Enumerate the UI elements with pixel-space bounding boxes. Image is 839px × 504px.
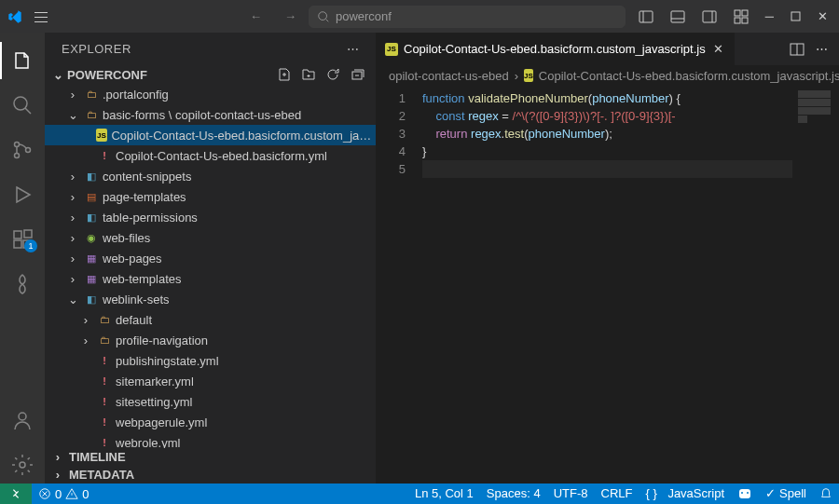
svg-rect-8	[791, 12, 800, 20]
tree-label: web-pages	[103, 252, 162, 266]
tree-item[interactable]: !webpagerule.yml	[45, 412, 376, 432]
line-numbers: 12345	[376, 86, 422, 484]
svg-point-9	[14, 97, 27, 110]
more-actions-icon[interactable]: ⋯	[816, 42, 828, 56]
tree-item[interactable]: ›◧content-snippets	[45, 166, 376, 186]
code-content[interactable]: function validatePhoneNumber(phoneNumber…	[422, 86, 792, 484]
status-bar: 0 0 Ln 5, Col 1 Spaces: 4 UTF-8 CRLF { }…	[0, 484, 839, 504]
indentation[interactable]: Spaces: 4	[480, 486, 547, 500]
folder-icon: 🗀	[97, 312, 112, 327]
folder-icon: 🗀	[84, 107, 99, 122]
chevron-icon: ›	[65, 231, 80, 245]
language-mode[interactable]: { } JavaScript	[639, 486, 731, 500]
yml-icon: !	[97, 353, 112, 368]
split-editor-icon[interactable]	[790, 42, 805, 57]
nav-forward-icon[interactable]: →	[281, 6, 300, 27]
tree-item[interactable]: ›▦web-templates	[45, 268, 376, 289]
tree-item[interactable]: ›🗀profile-navigation	[45, 330, 376, 350]
layout-panel-icon[interactable]	[667, 6, 689, 28]
tree-label: sitemarker.yml	[116, 375, 194, 388]
tree-item[interactable]: JSCopilot-Contact-Us-ebed.basicform.cust…	[45, 125, 376, 145]
svg-point-17	[19, 413, 26, 420]
editor-tab[interactable]: JS Copilot-Contact-Us-ebed.basicform.cus…	[376, 33, 736, 65]
cursor-position[interactable]: Ln 5, Col 1	[408, 486, 480, 500]
notifications-icon[interactable]	[813, 486, 839, 499]
chevron-icon: ›	[65, 190, 80, 204]
tree-item[interactable]: ›▦web-pages	[45, 248, 376, 268]
svg-point-0	[319, 11, 327, 20]
command-center[interactable]: powerconf	[309, 6, 626, 28]
svg-rect-4	[735, 10, 740, 16]
maximize-icon[interactable]	[787, 7, 805, 25]
svg-point-11	[15, 154, 20, 158]
folder-icon: 🗀	[84, 87, 99, 102]
chevron-icon: ⌄	[65, 108, 80, 122]
close-icon[interactable]: ✕	[814, 6, 832, 27]
new-file-icon[interactable]	[277, 67, 292, 82]
settings-gear-icon[interactable]	[0, 446, 45, 484]
minimize-icon[interactable]: ─	[762, 6, 777, 27]
tree-item[interactable]: !publishingstate.yml	[45, 350, 376, 371]
vscode-logo-icon	[7, 9, 22, 24]
run-debug-icon[interactable]	[0, 176, 45, 213]
tree-item[interactable]: ⌄🗀basic-forms \ copilot-contact-us-ebed	[45, 104, 376, 125]
chevron-icon: ›	[78, 313, 93, 327]
metadata-section[interactable]: ›METADATA	[45, 466, 376, 484]
tree-item[interactable]: ›🗀default	[45, 309, 376, 330]
svg-point-18	[20, 462, 25, 468]
breadcrumb[interactable]: opilot-contact-us-ebed › JS Copilot-Cont…	[376, 65, 839, 86]
powerpages-icon[interactable]	[0, 266, 45, 303]
new-folder-icon[interactable]	[301, 67, 316, 82]
collapse-all-icon[interactable]	[350, 67, 364, 82]
explorer-more-icon[interactable]: ⋯	[347, 42, 360, 56]
tree-item[interactable]: ›◉web-files	[45, 227, 376, 248]
tree-item[interactable]: ⌄◧weblink-sets	[45, 289, 376, 309]
folder-icon: 🗀	[97, 333, 112, 347]
code-editor[interactable]: 12345 function validatePhoneNumber(phone…	[376, 86, 839, 484]
tree-item[interactable]: ›◧table-permissions	[45, 207, 376, 227]
copilot-icon[interactable]	[731, 486, 759, 501]
problems-indicator[interactable]: 0 0	[32, 484, 95, 504]
refresh-icon[interactable]	[325, 67, 340, 82]
encoding[interactable]: UTF-8	[547, 486, 595, 500]
layout-custom-icon[interactable]	[730, 6, 752, 28]
project-header[interactable]: ⌄POWERCONF	[45, 65, 376, 84]
search-icon	[317, 10, 330, 23]
blue-icon: ◧	[84, 169, 99, 184]
spell-check[interactable]: ✓ Spell	[759, 486, 813, 500]
extensions-badge: 1	[24, 239, 37, 252]
tree-label: sitesetting.yml	[116, 395, 192, 409]
menu-icon[interactable]	[30, 6, 52, 28]
tree-item[interactable]: !webrole.yml	[45, 432, 376, 448]
chevron-icon: ›	[65, 88, 80, 102]
img-icon: ▦	[84, 251, 99, 266]
tab-close-icon[interactable]: ✕	[711, 40, 725, 58]
yml-icon: !	[97, 415, 112, 429]
layout-primary-icon[interactable]	[635, 6, 657, 28]
minimap[interactable]	[792, 86, 839, 484]
yml-icon: !	[97, 435, 112, 448]
chevron-icon: ›	[65, 272, 80, 286]
editor-tabs: JS Copilot-Contact-Us-ebed.basicform.cus…	[376, 33, 839, 65]
js-icon: JS	[524, 69, 533, 82]
tree-label: default	[116, 313, 152, 327]
explorer-icon[interactable]	[0, 42, 45, 79]
eol[interactable]: CRLF	[595, 486, 640, 500]
remote-indicator[interactable]	[0, 484, 32, 504]
tree-item[interactable]: !sitesetting.yml	[45, 391, 376, 412]
timeline-section[interactable]: ›TIMELINE	[45, 448, 376, 466]
tree-item[interactable]: !Copilot-Contact-Us-ebed.basicform.yml	[45, 145, 376, 166]
tree-item[interactable]: !sitemarker.yml	[45, 371, 376, 391]
tree-item[interactable]: ›▤page-templates	[45, 186, 376, 207]
extensions-icon[interactable]: 1	[0, 221, 45, 258]
tree-item[interactable]: ›🗀.portalconfig	[45, 84, 376, 104]
orange-icon: ▤	[84, 189, 99, 204]
account-icon[interactable]	[0, 402, 45, 439]
tree-label: web-templates	[103, 272, 182, 286]
nav-back-icon[interactable]: ←	[246, 6, 266, 27]
chevron-icon: ›	[65, 211, 80, 225]
tree-label: webpagerule.yml	[116, 415, 207, 429]
layout-secondary-icon[interactable]	[698, 6, 721, 28]
search-panel-icon[interactable]	[0, 87, 45, 124]
source-control-icon[interactable]	[0, 131, 45, 169]
